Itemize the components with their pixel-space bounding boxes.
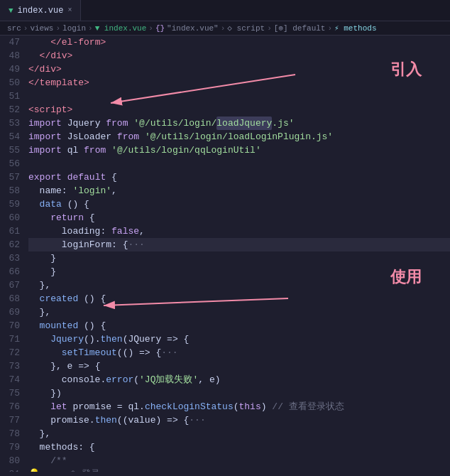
breadcrumb-braces: {} [155, 24, 165, 33]
code-line-66: } [28, 265, 450, 278]
vue-icon: ▼ [9, 6, 13, 15]
code-line-59: data () { [28, 198, 450, 211]
line-numbers: 47 48 49 50 51 52 53 54 55 56 57 58 59 6… [0, 36, 26, 472]
code-line-62: ▶ loginForm: {··· [28, 238, 450, 251]
breadcrumb-src: src [7, 24, 21, 33]
breadcrumb-login: login [62, 24, 86, 33]
code-line-47: </el-form> [28, 36, 450, 49]
breadcrumb-vue-file: ▼ index.vue [95, 24, 147, 33]
breadcrumb-script: ◇ script [227, 23, 265, 33]
code-line-75: }) [28, 386, 450, 400]
breadcrumb: src › views › login › ▼ index.vue › {} "… [0, 21, 450, 36]
code-line-76: let promise = ql.checkLoginStatus(this) … [28, 400, 450, 413]
code-line-55: import ql from '@/utils/login/qqLoginUti… [28, 144, 450, 157]
code-line-79: methods: { [28, 440, 450, 454]
code-line-54: import JsLoader from '@/utils/login/load… [28, 130, 450, 144]
code-line-52: <script> [28, 103, 450, 117]
code-line-72: ▶ setTimeout(() => {··· [28, 346, 450, 359]
code-line-57: export default { [28, 171, 450, 184]
tab-bar: ▼ index.vue × [0, 0, 450, 21]
code-line-68: created () { [28, 292, 450, 305]
code-line-56 [28, 157, 450, 171]
code-line-58: name: 'login', [28, 184, 450, 198]
breadcrumb-methods: ⚡ methods [334, 23, 376, 33]
code-line-67: }, [28, 278, 450, 292]
code-line-48: </div> [28, 49, 450, 63]
code-line-71: Jquery().then(JQuery => { [28, 332, 450, 346]
code-line-73: }, e => { [28, 359, 450, 373]
close-icon[interactable]: × [67, 6, 72, 14]
code-line-81: 💡 * 登录 [28, 467, 450, 472]
code-line-50: </template> [28, 76, 450, 90]
breadcrumb-sep: › [23, 24, 28, 33]
code-line-69: }, [28, 305, 450, 319]
code-area: 47 48 49 50 51 52 53 54 55 56 57 58 59 6… [0, 36, 450, 472]
code-line-70: mounted () { [28, 319, 450, 332]
code-line-60: return { [28, 211, 450, 225]
breadcrumb-default: [⊕] default [274, 23, 326, 33]
breadcrumb-views: views [30, 24, 53, 33]
code-line-51 [28, 90, 450, 103]
code-line-77: ▶ promise.then((value) => {··· [28, 413, 450, 427]
tab-label: index.vue [18, 6, 64, 16]
tab-index-vue[interactable]: ▼ index.vue × [0, 0, 81, 21]
code-line-80: /** [28, 454, 450, 467]
code-content: </el-form> </div> </div> </template> <sc… [26, 36, 450, 472]
code-line-78: }, [28, 427, 450, 440]
code-line-63: } [28, 251, 450, 265]
code-line-61: loading: false, [28, 225, 450, 238]
code-line-49: </div> [28, 63, 450, 76]
code-line-74: console.error('JQ加载失败', e) [28, 373, 450, 386]
breadcrumb-quoted-file: "index.vue" [167, 24, 219, 33]
code-line-53: import Jquery from '@/utils/login/loadJq… [28, 117, 450, 130]
